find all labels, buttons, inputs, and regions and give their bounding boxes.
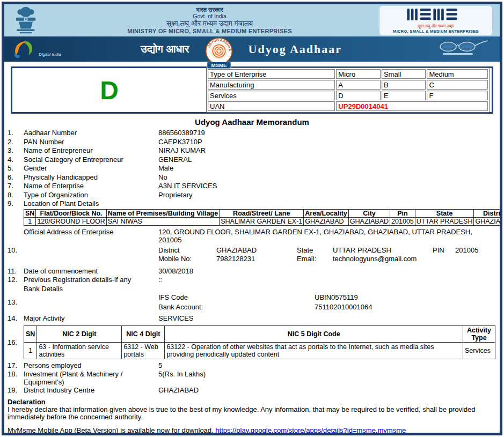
digital-india-label: Digital India	[39, 52, 61, 57]
item-label: Name of Enterprise	[24, 182, 158, 190]
table-row: Services D E F	[208, 91, 488, 100]
india-national-emblem-icon	[12, 6, 40, 35]
list-item: 7.Name of EnterpriseA3N IT SERVICES	[8, 182, 495, 191]
item-number: 10.	[8, 246, 24, 254]
table-header-cell: Flat/Door/Block No.	[36, 209, 106, 217]
item-label: Social Category of Entrepreneur	[24, 155, 158, 164]
list-item: 12.Previous Registration details-if any:…	[8, 276, 495, 285]
table-cell: F	[427, 91, 488, 100]
list-item: 11.Date of commencement30/08/2018	[8, 267, 495, 276]
ministry-text-block: भारत सरकार Govt. of India सूक्ष्म,लघु और…	[40, 6, 379, 35]
state-label: State	[297, 246, 333, 254]
govt-header-band: भारत सरकार Govt. of India सूक्ष्म,लघु और…	[4, 4, 500, 36]
table-cell: E	[382, 91, 426, 100]
table-header-cell: District	[474, 209, 502, 217]
page-title: Udyog Aadhaar Memorandum	[4, 117, 500, 127]
item-value: 30/08/2018	[158, 267, 495, 275]
item-number: 14.	[8, 314, 24, 322]
item-value: SERVICES	[158, 314, 495, 322]
item-number: 9.	[8, 199, 24, 208]
item-value: Proprietary	[158, 191, 495, 199]
govt-line-english: Govt. of India	[40, 13, 379, 19]
address-fields-row1: District GHAZIABAD State UTTAR PRADESH P…	[158, 246, 495, 254]
official-address-value: 120, GROUND FLOOR, SHALIMAR GARDEN EX-1,…	[158, 227, 495, 244]
digital-india-swoosh-icon	[12, 39, 36, 60]
item-label: Previous Registration details-if any	[24, 276, 158, 284]
table-header-cell: Small	[382, 69, 426, 79]
email-label: Email:	[297, 255, 333, 263]
item-value: 886560389719	[158, 129, 495, 137]
table-cell: Services	[463, 342, 495, 359]
table-cell: Manufacturing	[208, 80, 335, 90]
item-label: District Industry Centre	[24, 386, 158, 394]
item-label: Name of Entrepreneur	[24, 146, 158, 154]
item-number: 4.	[8, 155, 24, 164]
list-item: 6.Physically HandicappedNo	[8, 173, 495, 182]
table-header-cell: SN	[24, 209, 36, 217]
table-header-cell: Pin	[390, 209, 415, 217]
item-number: 2.	[8, 138, 24, 146]
item-label: Date of commencement	[24, 267, 158, 275]
table-cell: 201005	[390, 217, 415, 225]
item-number: 18.	[8, 370, 24, 378]
table-header-cell: Area/Locality	[304, 209, 349, 217]
address-fields-row2: Mobile No: 7982128231 Email: technologyu…	[158, 255, 495, 263]
seal-msme-ribbon-text: MSME	[211, 62, 227, 68]
item-label: Physically Handicapped	[24, 173, 158, 181]
state-value: UTTAR PRADESH	[333, 246, 433, 254]
item-label: Location of Plant Details	[24, 199, 158, 208]
item-number: 13.	[8, 298, 24, 306]
list-item: 4.Social Category of EntrepreneurGENERAL	[8, 155, 495, 165]
table-header-cell: SN	[24, 325, 37, 342]
category-letter: D	[12, 76, 206, 105]
district-value: GHAZIABAD	[216, 246, 297, 254]
declaration-text: I hereby declare that information given …	[8, 406, 495, 422]
table-cell: GHAZIABAD	[304, 217, 349, 225]
item-number: 16.	[8, 338, 24, 346]
playstore-link[interactable]: https://play.google.com/store/apps/detai…	[215, 426, 406, 434]
table-cell: B	[382, 80, 426, 90]
list-item: Mobile No: 7982128231 Email: technologyu…	[8, 255, 495, 264]
item-value: NIRAJ KUMAR	[158, 146, 495, 154]
certificate-page: भारत सरकार Govt. of India सूक्ष्म,लघु और…	[2, 2, 502, 435]
table-cell: SAI NIWAS	[106, 217, 219, 225]
item-number: 19.	[8, 386, 24, 394]
table-cell: GHAZIABAD	[474, 217, 502, 225]
table-row: 1 120/GROUND FLOOR SAI NIWAS SHALIMAR GA…	[24, 217, 503, 225]
table-header-cell: Activity Type	[463, 325, 495, 342]
list-item: 9.Location of Plant Details	[8, 199, 495, 209]
item-label: Gender	[24, 164, 158, 172]
table-cell: A	[336, 80, 381, 90]
plant-table-row: SN Flat/Door/Block No. Name of Premises/…	[8, 209, 495, 227]
item-value: 5	[158, 361, 495, 369]
bank-account-label: Bank Account:	[158, 303, 315, 311]
govt-line-hindi: भारत सरकार	[40, 6, 379, 13]
table-row: Manufacturing A B C	[208, 80, 488, 90]
digital-india-logo: Digital India	[12, 39, 103, 60]
bank-details-header-row: Bank Details	[8, 285, 495, 294]
msme-logo: सूक्ष्म,लघु और मध्यम उद्यम MICRO, SMALL …	[379, 6, 492, 35]
udyog-aadhaar-hindi-title: उद्योग आधार	[141, 43, 189, 55]
item-value: 5(Rs. In Lakhs)	[158, 370, 495, 378]
item-value: GENERAL	[158, 155, 495, 164]
ifs-code-value: UBIN0575119	[315, 293, 495, 301]
item-number: 6.	[8, 173, 24, 181]
table-header-cell: NIC 5 Digit Code	[165, 325, 463, 342]
list-item: 3.Name of EntrepreneurNIRAJ KUMAR	[8, 146, 495, 155]
table-row: 1 63 - Information service activities 63…	[24, 342, 495, 359]
enterprise-classification-box: D Type of Enterprise Micro Small Medium …	[11, 66, 493, 114]
table-header-cell: Type of Enterprise	[208, 69, 335, 79]
item-number: 3.	[8, 146, 24, 154]
table-cell: SHALIMAR GARDEN EX-1	[220, 217, 304, 225]
udyog-aadhaar-seal: UDYOG AADHAAR MSME	[203, 37, 235, 70]
table-header-cell: NIC 2 Digit	[37, 325, 122, 342]
list-item: 18.Investment (Plant & Machinery / Equip…	[8, 370, 495, 386]
bank-fields: IFS Code UBIN0575119 Bank Account: 75110…	[158, 293, 495, 311]
mymsme-text: MyMsme Mobile App (Beta Version) is avai…	[8, 426, 214, 434]
item-number: 12.	[8, 276, 24, 284]
table-header-cell: State	[415, 209, 474, 217]
table-row: Type of Enterprise Micro Small Medium	[208, 69, 488, 79]
bank-account-value: 751102010001064	[315, 303, 495, 311]
nic-table-row: 16. SN NIC 2 Digit NIC 4 Digit NIC 5 Dig…	[8, 325, 495, 359]
item-value: No	[158, 173, 495, 181]
